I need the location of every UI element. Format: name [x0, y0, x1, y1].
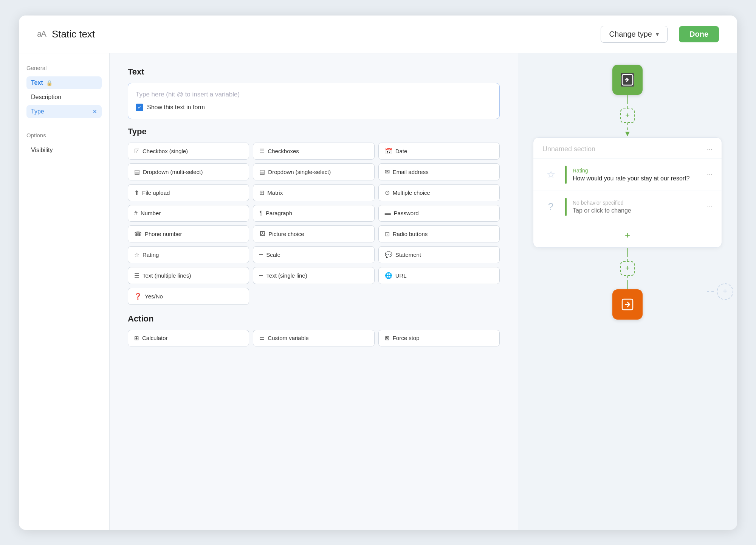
- type-button-password[interactable]: ▬Password: [378, 205, 500, 222]
- sidebar-visibility: Visibility: [26, 144, 102, 157]
- type-icon-13: 🖼: [259, 230, 265, 237]
- done-button[interactable]: Done: [679, 26, 719, 42]
- type-label-0: Checkbox (single): [143, 148, 188, 154]
- section-card: Unnamed section ··· ☆ Rating How would y…: [533, 137, 722, 248]
- type-icon-0: ☑: [134, 148, 139, 155]
- rating-label: Rating: [573, 168, 701, 174]
- type-label-9: Number: [141, 210, 161, 216]
- action-button-force-stop[interactable]: ⊠Force stop: [378, 330, 500, 346]
- type-label-6: File upload: [142, 189, 170, 196]
- rating-menu-button[interactable]: ···: [707, 171, 713, 179]
- action-button-custom-variable[interactable]: ▭Custom variable: [253, 330, 374, 346]
- type-button-paragraph[interactable]: ¶Paragraph: [253, 205, 374, 222]
- type-button-multiple-choice[interactable]: ⊙Multiple choice: [378, 184, 500, 201]
- section-card-item-no-behavior[interactable]: ? No behavior specified Tap or click to …: [533, 191, 722, 223]
- show-form-checkbox[interactable]: ✓: [136, 104, 143, 111]
- type-label-20: URL: [395, 272, 407, 279]
- type-label-5: Email address: [393, 169, 429, 175]
- type-button-radio-buttons[interactable]: ⊡Radio buttons: [378, 225, 500, 242]
- type-button-file-upload[interactable]: ⬆File upload: [128, 184, 249, 201]
- ghost-line: [707, 291, 714, 292]
- type-button-url[interactable]: 🌐URL: [378, 267, 500, 284]
- show-form-row: ✓ Show this text in form: [136, 104, 492, 111]
- type-button-checkbox-(single)[interactable]: ☑Checkbox (single): [128, 143, 249, 160]
- no-behavior-label: No behavior specified: [573, 200, 701, 206]
- section-card-item-rating[interactable]: ☆ Rating How would you rate your stay at…: [533, 159, 722, 191]
- change-type-button[interactable]: Change type ▾: [601, 26, 668, 43]
- ghost-add-node[interactable]: +: [717, 283, 733, 300]
- type-label-8: Multiple choice: [393, 189, 430, 196]
- section-menu-button[interactable]: ···: [707, 145, 713, 153]
- type-icon-12: ☎: [134, 230, 142, 238]
- sidebar-options-label: Options: [26, 132, 102, 138]
- flow-exit-node[interactable]: [612, 289, 643, 320]
- type-icon-7: ⊞: [259, 189, 264, 196]
- type-grid: ☑Checkbox (single)☰Checkboxes📅Date▤Dropd…: [128, 143, 500, 305]
- type-button-dropdown-(multi-select)[interactable]: ▤Dropdown (multi-select): [128, 163, 249, 180]
- sidebar-item-type[interactable]: Type ✕: [26, 105, 102, 118]
- type-icon-21: ❓: [134, 293, 142, 300]
- action-label-0: Calculator: [142, 335, 168, 341]
- action-button-calculator[interactable]: ⊞Calculator: [128, 330, 249, 346]
- flow-connector-2: +: [620, 248, 635, 289]
- action-grid: ⊞Calculator▭Custom variable⊠Force stop: [128, 330, 500, 346]
- flow-entry-node[interactable]: ⬛: [612, 65, 643, 95]
- section-card-header: Unnamed section ···: [533, 138, 722, 159]
- flow-line-dashed-2: [627, 123, 628, 130]
- type-label-13: Picture choice: [268, 231, 304, 237]
- type-button-checkboxes[interactable]: ☰Checkboxes: [253, 143, 374, 160]
- type-icon-17: 💬: [385, 251, 392, 258]
- type-button-matrix[interactable]: ⊞Matrix: [253, 184, 374, 201]
- action-label-2: Force stop: [393, 335, 420, 341]
- type-icon-19: ━: [259, 272, 263, 279]
- type-label-16: Scale: [266, 252, 280, 258]
- flow-line-dashed-3: [627, 255, 628, 261]
- flow-line-3: [627, 283, 628, 289]
- content-area: Text Type here (hit @ to insert a variab…: [110, 53, 518, 530]
- type-icon-8: ⊙: [385, 189, 390, 196]
- type-button-picture-choice[interactable]: 🖼Picture choice: [253, 225, 374, 242]
- sidebar-description: Description: [26, 91, 102, 104]
- sidebar-item-text[interactable]: Text 🔒: [26, 76, 102, 89]
- action-section-title: Action: [128, 314, 500, 324]
- flow-add-button-1[interactable]: +: [620, 109, 635, 123]
- type-label-21: Yes/No: [145, 293, 163, 300]
- change-type-label: Change type: [609, 30, 652, 39]
- text-input-placeholder: Type here (hit @ to insert a variable): [136, 91, 492, 98]
- action-icon-2: ⊠: [385, 335, 390, 342]
- flow-arrow-1: ▼: [624, 130, 631, 137]
- type-button-email-address[interactable]: ✉Email address: [378, 163, 500, 180]
- type-icon-4: ▤: [259, 168, 265, 175]
- type-button-text-(multiple-lines)[interactable]: ☰Text (multiple lines): [128, 267, 249, 284]
- type-label-18: Text (multiple lines): [143, 272, 191, 279]
- sidebar-divider: [26, 125, 102, 125]
- type-button-date[interactable]: 📅Date: [378, 143, 500, 160]
- type-button-statement[interactable]: 💬Statement: [378, 246, 500, 263]
- type-button-rating[interactable]: ☆Rating: [128, 246, 249, 263]
- type-button-dropdown-(single-select)[interactable]: ▤Dropdown (single-select): [253, 163, 374, 180]
- type-icon-15: ☆: [134, 251, 139, 258]
- type-label-3: Dropdown (multi-select): [143, 169, 203, 175]
- section-card-title: Unnamed section: [542, 145, 595, 153]
- flow-connector-1: + ▼: [620, 95, 635, 137]
- type-icon-10: ¶: [259, 210, 263, 217]
- type-label-2: Date: [395, 148, 407, 154]
- question-icon: ?: [542, 199, 559, 215]
- type-icon-16: ━: [259, 251, 263, 258]
- type-button-number[interactable]: #Number: [128, 205, 249, 222]
- no-behavior-menu-button[interactable]: ···: [707, 203, 713, 211]
- close-icon[interactable]: ✕: [93, 109, 97, 115]
- sidebar-text-label: Text: [31, 79, 43, 86]
- type-button-text-(single-line)[interactable]: ━Text (single line): [253, 267, 374, 284]
- flow-line-2: [627, 248, 628, 255]
- item-bar-1: [565, 166, 567, 184]
- type-button-phone-number[interactable]: ☎Phone number: [128, 225, 249, 242]
- type-button-scale[interactable]: ━Scale: [253, 246, 374, 263]
- section-add-button[interactable]: +: [621, 228, 634, 242]
- flow-line-dashed-1: [627, 102, 628, 109]
- type-label-7: Matrix: [267, 189, 283, 196]
- type-label-14: Radio buttons: [393, 231, 428, 237]
- flow-add-button-2[interactable]: +: [620, 261, 635, 276]
- show-form-label: Show this text in form: [147, 104, 205, 111]
- type-button-yes/no[interactable]: ❓Yes/No: [128, 288, 249, 305]
